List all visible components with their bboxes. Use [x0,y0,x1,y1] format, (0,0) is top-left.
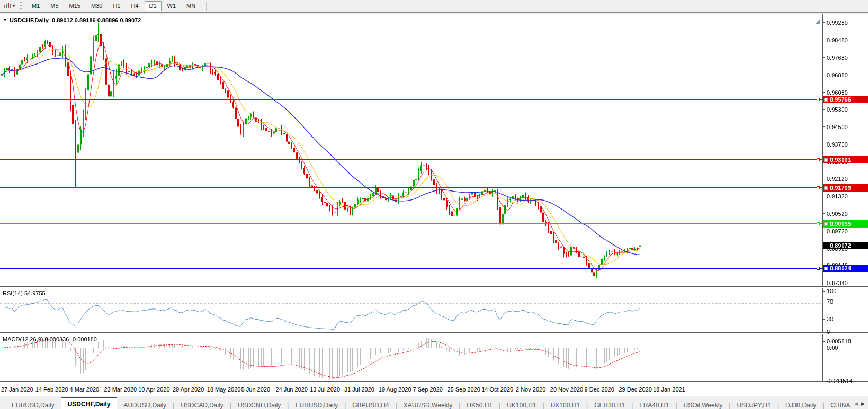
date-label: 14 Oct 2020 [481,386,513,393]
price-tick: 0.92120 [822,176,848,182]
chart-tab-ger30-h1[interactable]: GER30,H1 [588,400,631,409]
macd-axis-zero: 0.00 [822,344,838,351]
price-chart-canvas[interactable] [0,14,868,287]
date-label: 18 Jan 2021 [653,386,685,393]
rsi-tick: 0 [822,329,830,335]
macd-axis-max: 0.005818 [822,338,851,344]
scroll-right-icon[interactable]: ▶ [861,401,865,406]
chart-tool-icon[interactable] [2,2,12,10]
price-tick: 0.96880 [822,72,848,78]
timeframe-button-m1[interactable]: M1 [27,1,44,11]
price-tick: 0.94500 [822,124,848,130]
chart-tab-eurusd-daily[interactable]: EURUSD,Daily [289,400,344,409]
timeframe-button-mn[interactable]: MN [182,1,200,11]
price-tick: 0.87340 [822,280,848,286]
date-label: 29 Dec 2020 [619,386,651,393]
chart-tab-fra40-h1[interactable]: FRA40,H1 [633,400,675,409]
date-label: 7 Sep 2020 [413,386,443,393]
chart-tab-usoil-weekly[interactable]: USOil,Weekly [677,400,729,409]
chevron-down-icon[interactable]: ▾ [13,4,15,8]
hline-price-tag[interactable]: 0.93001 [823,156,868,163]
rsi-tick: 100 [822,288,836,294]
chart-tab-eurusd-daily[interactable]: EURUSD,Daily [5,400,61,409]
date-label: 18 May 2020 [207,386,241,393]
chart-tab-gbpusd-h4[interactable]: GBPUSD,H4 [346,400,395,409]
chart-tab-usdcad-daily[interactable]: USDCAD,Daily [174,400,230,409]
timeframes-toolbar: ▾ M1M5M15M30H1H4D1W1MN [0,0,868,12]
rsi-tick: 70 [822,298,833,305]
price-tick: 0.90520 [822,211,848,217]
date-label: 4 Mar 2020 [70,386,100,393]
macd-canvas[interactable] [0,334,868,382]
chart-tab-bar: EURUSD,DailyUSDCHF,DailyAUDUSD,Daily|USD… [0,396,868,409]
scroll-left-icon[interactable]: ◀ [854,401,858,406]
price-tick: 0.99280 [822,20,848,26]
chart-tab-uk100-h1[interactable]: UK100,H1 [500,400,542,409]
tab-bar-grip[interactable] [0,396,5,409]
rsi-canvas[interactable] [0,288,868,333]
price-tick: 0.91320 [822,193,848,199]
toolbar-drag-handle[interactable] [20,2,22,10]
hline-price-tag[interactable]: 0.91709 [823,184,868,192]
timeframe-button-w1[interactable]: W1 [163,1,181,11]
timeframe-button-h1[interactable]: H1 [108,1,125,11]
price-tick: 0.96080 [822,89,848,96]
timeframe-button-d1[interactable]: D1 [145,1,162,11]
mt4-chart-window: { "toolbar": { "tool_icon": "chart-tool-… [0,0,868,409]
date-label: 27 Jan 2020 [1,386,33,393]
price-tick: 0.93700 [822,141,848,148]
current-price-tag: 0.89072 [823,242,868,249]
date-label: 25 Sep 2020 [447,386,480,393]
hline-price-tag[interactable]: 0.95766 [823,96,868,103]
date-label: 29 Apr 2020 [173,386,204,393]
date-label: 23 Mar 2020 [104,386,137,393]
date-label: 31 Jul 2020 [344,386,374,393]
price-tick: 0.89720 [822,228,848,234]
chart-symbol-label: USDCHF,Daily [10,17,49,23]
rsi-header: RSI(14) 54.9755 [3,290,46,296]
date-label: 10 Apr 2020 [138,386,169,393]
macd-header: MACD(12,26,9) 0.000336 -0.000180 [3,336,97,342]
chart-area: ▼USDCHF,Daily 0.89012 0.89186 0.88896 0.… [0,12,868,396]
chart-title: ▼USDCHF,Daily 0.89012 0.89186 0.88896 0.… [3,17,141,23]
date-label: 20 Nov 2020 [550,386,583,393]
tab-scroll-arrows: ◀ ▶ [850,397,868,409]
chart-tab-xauusd-weekly[interactable]: XAUUSD,Weekly [397,400,459,409]
chart-tab-audusd-daily[interactable]: AUDUSD,Daily [117,400,173,409]
price-tick: 0.95300 [822,106,848,113]
date-label: 19 Aug 2020 [379,386,411,393]
timeframe-button-h4[interactable]: H4 [126,1,143,11]
date-label: 2 Nov 2020 [516,386,545,393]
chart-dropdown-icon[interactable]: ▼ [3,18,7,22]
date-label: 24 Jun 2020 [275,386,308,393]
timeframe-button-m30[interactable]: M30 [86,1,107,11]
chart-ohlc-values: 0.89012 0.89186 0.88896 0.89072 [52,17,141,23]
hline-price-tag[interactable]: 0.88024 [823,265,868,272]
timeframe-button-m5[interactable]: M5 [46,1,63,11]
timeframe-button-m15[interactable]: M15 [65,1,85,11]
rsi-tick: 30 [822,316,833,322]
date-label: 9 Dec 2020 [585,386,614,393]
date-label: 14 Feb 2020 [35,386,68,393]
chart-tab-usdcnh-daily[interactable]: USDCNH,Daily [231,400,287,409]
date-label: 5 Jun 2020 [241,386,270,393]
timeframe-buttons: M1M5M15M30H1H4D1W1MN [26,1,201,11]
chart-tab-uk100-h1[interactable]: UK100,H1 [544,400,586,409]
hline-price-tag[interactable]: 0.90055 [823,220,868,228]
chart-tab-usdchf-daily[interactable]: USDCHF,Daily [61,397,118,409]
price-tick: 0.98480 [822,37,848,43]
price-tick: 0.97680 [822,54,848,61]
chart-tab-usdjpy-h1[interactable]: USDJPY,H1 [730,400,777,409]
macd-axis-min: -0.011514 [822,378,853,384]
date-label: 13 Jul 2020 [310,386,340,393]
chart-tab-dj30-daily[interactable]: DJ30,Daily [779,400,822,409]
chart-tab-hk50-h1[interactable]: HK50,H1 [460,400,499,409]
toolbar-separator [206,2,207,11]
tabs-box: EURUSD,DailyUSDCHF,DailyAUDUSD,Daily|USD… [5,397,868,409]
